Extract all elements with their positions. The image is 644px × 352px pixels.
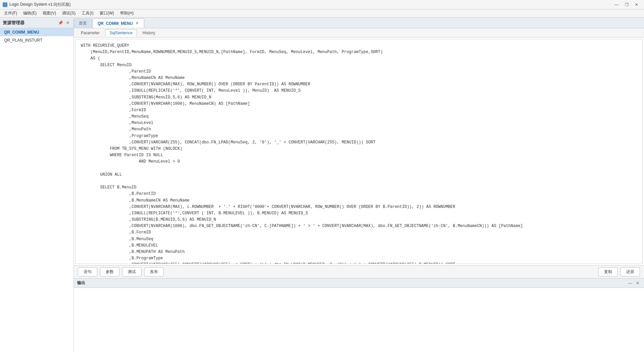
sub-tab-history-label: History <box>143 31 155 35</box>
menu-view[interactable]: 视图(V) <box>40 10 59 17</box>
sidebar-item-qr-comm-menu[interactable]: QR_COMM_MENU <box>0 28 73 36</box>
tab-qr-comm-menu[interactable]: QR_COMM_MENU ✕ <box>93 18 144 28</box>
copy-button[interactable]: 复制 <box>598 267 618 276</box>
output-header: 输出 — ✕ <box>74 278 644 288</box>
sub-tab-sqlsentence[interactable]: SqlSentence <box>105 29 137 37</box>
publish-button[interactable]: 发布 <box>144 267 164 276</box>
app-title: Logic Design System v1.0(社区版) <box>9 2 71 7</box>
tab-close-icon[interactable]: ✕ <box>135 21 139 26</box>
sidebar-title: 资源管理器 <box>3 20 24 26</box>
menu-file[interactable]: 文件(F) <box>1 10 20 17</box>
restore-button[interactable]: ❐ <box>622 1 631 8</box>
sidebar-header-controls: 📌 ✕ <box>57 20 71 26</box>
output-content <box>74 288 644 352</box>
menu-help[interactable]: 帮助(H) <box>117 10 137 17</box>
tab-home-label: 首页 <box>79 20 87 26</box>
main-container: 资源管理器 📌 ✕ QR_COMM_MENU QR_PLAN_INSTURT 首… <box>0 17 644 352</box>
close-button[interactable]: ✕ <box>632 1 641 8</box>
title-bar: Logic Design System v1.0(社区版) — ❐ ✕ <box>0 0 644 9</box>
sidebar-header: 资源管理器 📌 ✕ <box>0 17 73 28</box>
sidebar-item-qr-plan-insturt[interactable]: QR_PLAN_INSTURT <box>0 36 73 44</box>
bottom-toolbar-left: 语句 参数 测试 发布 <box>78 267 164 276</box>
bottom-toolbar-right: 复制 还原 <box>598 267 640 276</box>
output-header-controls: — ✕ <box>627 280 641 286</box>
sub-tab-parameter[interactable]: Parameter <box>76 29 104 37</box>
sub-tab-sqlsentence-label: SqlSentence <box>110 31 132 35</box>
bottom-toolbar: 语句 参数 测试 发布 复制 还原 <box>74 265 644 278</box>
parameter-button[interactable]: 参数 <box>100 267 119 276</box>
output-title: 输出 <box>77 280 85 286</box>
restore-button[interactable]: 还原 <box>621 267 640 276</box>
sub-tab-parameter-label: Parameter <box>81 31 100 35</box>
menu-debug[interactable]: 调试(S) <box>59 10 78 17</box>
tab-qr-comm-menu-label: QR_COMM_MENU <box>98 21 133 26</box>
test-button[interactable]: 测试 <box>122 267 142 276</box>
menu-window[interactable]: 窗口(W) <box>97 10 117 17</box>
sub-tab-bar: Parameter SqlSentence History <box>74 28 644 38</box>
statement-button[interactable]: 语句 <box>78 267 97 276</box>
content-area: 首页 QR_COMM_MENU ✕ Parameter SqlSentence … <box>74 17 644 352</box>
output-close-button[interactable]: ✕ <box>635 280 641 286</box>
code-editor[interactable]: WITH RECURSIVE_QUERY (MenuID,ParentID,Me… <box>75 39 643 264</box>
title-bar-left: Logic Design System v1.0(社区版) <box>3 2 71 7</box>
sidebar-close-button[interactable]: ✕ <box>65 20 71 26</box>
editor-section: Parameter SqlSentence History WITH RECUR… <box>74 28 644 278</box>
sub-tab-history[interactable]: History <box>138 29 159 37</box>
tab-home[interactable]: 首页 <box>74 18 92 28</box>
menu-edit[interactable]: 编辑(E) <box>20 10 39 17</box>
menu-tools[interactable]: 工具(I) <box>79 10 96 17</box>
output-section: 输出 — ✕ <box>74 278 644 352</box>
tab-bar: 首页 QR_COMM_MENU ✕ <box>74 17 644 28</box>
minimize-button[interactable]: — <box>612 1 621 8</box>
app-icon <box>3 2 7 7</box>
sidebar: 资源管理器 📌 ✕ QR_COMM_MENU QR_PLAN_INSTURT <box>0 17 74 352</box>
title-bar-controls: — ❐ ✕ <box>612 1 641 8</box>
menu-bar: 文件(F) 编辑(E) 视图(V) 调试(S) 工具(I) 窗口(W) 帮助(H… <box>0 9 644 17</box>
output-minimize-button[interactable]: — <box>627 280 633 286</box>
sidebar-pin-button[interactable]: 📌 <box>57 20 63 26</box>
